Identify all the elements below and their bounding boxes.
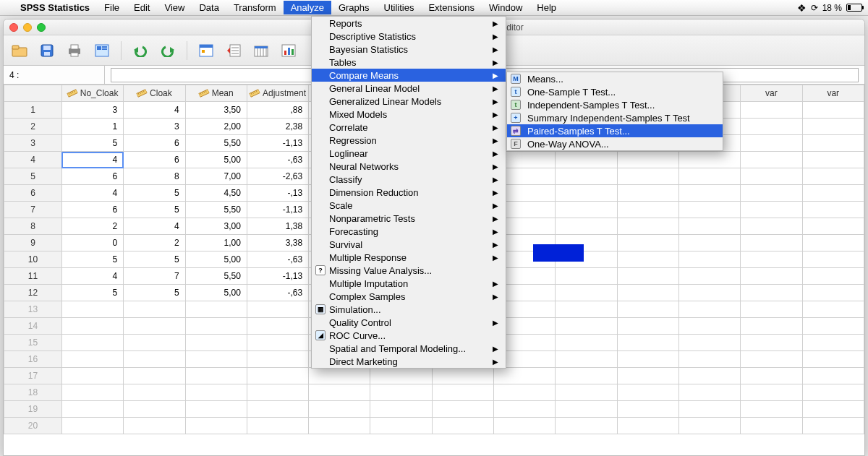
cell-empty[interactable] (556, 202, 617, 218)
cell-empty[interactable] (124, 318, 185, 335)
cell-empty[interactable] (617, 335, 678, 351)
cell-empty[interactable] (247, 368, 308, 384)
cell-empty[interactable] (741, 185, 802, 202)
cell-empty[interactable] (556, 368, 617, 384)
cell-empty[interactable] (678, 368, 740, 384)
cell-empty[interactable] (247, 351, 308, 368)
cell-empty[interactable] (124, 418, 185, 434)
cell[interactable]: 5 (124, 251, 185, 268)
redo-icon[interactable] (158, 40, 178, 61)
cell-empty[interactable] (309, 401, 370, 418)
dropbox-icon[interactable]: ❖ (797, 2, 807, 14)
row-header[interactable]: 12 (4, 285, 62, 301)
undo-icon[interactable] (130, 40, 150, 61)
cell-empty[interactable] (741, 152, 802, 168)
cell-empty[interactable] (678, 384, 740, 401)
insert-case-icon[interactable] (224, 40, 244, 61)
analyze-survival[interactable]: Survival▶ (312, 238, 506, 251)
analyze-multiple-imputation[interactable]: Multiple Imputation▶ (312, 277, 506, 290)
cell-empty[interactable] (617, 418, 678, 434)
analyze-general-linear-model[interactable]: General Linear Model▶ (312, 82, 506, 95)
cell-empty[interactable] (802, 418, 864, 434)
cell-empty[interactable] (617, 368, 678, 384)
cell[interactable]: 3 (61, 102, 123, 119)
cell-empty[interactable] (432, 418, 493, 434)
open-icon[interactable] (9, 40, 30, 61)
cell-empty[interactable] (617, 384, 678, 401)
analyze-regression[interactable]: Regression▶ (312, 134, 506, 147)
row-header[interactable]: 16 (4, 351, 62, 368)
row-header[interactable]: 19 (4, 401, 62, 418)
cell-empty[interactable] (185, 384, 247, 401)
cell[interactable]: 0 (61, 235, 123, 251)
cell-empty[interactable] (802, 285, 864, 301)
analyze-descriptive-statistics[interactable]: Descriptive Statistics▶ (312, 30, 506, 43)
cell[interactable]: 3,38 (247, 235, 308, 251)
analyze-classify[interactable]: Classify▶ (312, 173, 506, 186)
cell-empty[interactable] (124, 384, 185, 401)
cell-empty[interactable] (741, 119, 802, 135)
cell-empty[interactable] (741, 301, 802, 318)
cell-empty[interactable] (556, 351, 617, 368)
cell[interactable]: -1,13 (247, 135, 308, 152)
cell-empty[interactable] (556, 318, 617, 335)
cell[interactable]: 5,00 (185, 251, 247, 268)
cell-empty[interactable] (802, 351, 864, 368)
cell-empty[interactable] (247, 384, 308, 401)
analyze-reports[interactable]: Reports▶ (312, 17, 506, 30)
cell-empty[interactable] (802, 235, 864, 251)
cell-empty[interactable] (185, 368, 247, 384)
cell-empty[interactable] (678, 152, 740, 168)
cell-empty[interactable] (617, 152, 678, 168)
cell-empty[interactable] (61, 318, 123, 335)
row-header[interactable]: 9 (4, 235, 62, 251)
cell[interactable]: -,13 (247, 185, 308, 202)
cell[interactable]: -,63 (247, 285, 308, 301)
cell-empty[interactable] (617, 185, 678, 202)
cm-independent-samples-t-test[interactable]: tIndependent-Samples T Test... (507, 98, 723, 111)
analyze-nonparametric-tests[interactable]: Nonparametric Tests▶ (312, 212, 506, 225)
cell-empty[interactable] (741, 102, 802, 119)
cell-empty[interactable] (556, 418, 617, 434)
cell-empty[interactable] (802, 268, 864, 285)
preview-icon[interactable] (92, 40, 112, 61)
cell-empty[interactable] (802, 202, 864, 218)
row-header[interactable]: 14 (4, 318, 62, 335)
cell-empty[interactable] (124, 335, 185, 351)
cell-empty[interactable] (741, 384, 802, 401)
row-header[interactable]: 2 (4, 119, 62, 135)
goto-icon[interactable] (196, 40, 216, 61)
cell-empty[interactable] (678, 268, 740, 285)
cell[interactable]: 4 (61, 152, 123, 168)
row-header[interactable]: 5 (4, 168, 62, 185)
analyze-multiple-response[interactable]: Multiple Response▶ (312, 251, 506, 264)
cell[interactable]: 5 (124, 185, 185, 202)
cell-empty[interactable] (741, 251, 802, 268)
cell-empty[interactable] (309, 368, 370, 384)
row-header[interactable]: 1 (4, 102, 62, 119)
menu-edit[interactable]: Edit (127, 1, 157, 14)
cell-empty[interactable] (617, 218, 678, 235)
cell-empty[interactable] (247, 401, 308, 418)
cell-empty[interactable] (309, 384, 370, 401)
cell[interactable]: 4 (61, 185, 123, 202)
compare-means-submenu[interactable]: MMeans...tOne-Sample T Test...tIndepende… (506, 72, 723, 151)
cell-empty[interactable] (802, 119, 864, 135)
cell-empty[interactable] (741, 351, 802, 368)
cell-empty[interactable] (802, 218, 864, 235)
cell-empty[interactable] (124, 368, 185, 384)
cell-empty[interactable] (61, 418, 123, 434)
cell[interactable]: -1,13 (247, 202, 308, 218)
cell-empty[interactable] (185, 335, 247, 351)
analyze-mixed-models[interactable]: Mixed Models▶ (312, 108, 506, 121)
cell-empty[interactable] (124, 301, 185, 318)
cell-empty[interactable] (247, 418, 308, 434)
menu-help[interactable]: Help (529, 1, 563, 14)
cell-empty[interactable] (617, 168, 678, 185)
analyze-missing-value-analysis[interactable]: ?Missing Value Analysis... (312, 264, 506, 277)
row-header[interactable]: 4 (4, 152, 62, 168)
row-header[interactable]: 10 (4, 251, 62, 268)
cell[interactable]: 6 (124, 135, 185, 152)
cell-empty[interactable] (494, 401, 556, 418)
cell[interactable]: 4,50 (185, 185, 247, 202)
